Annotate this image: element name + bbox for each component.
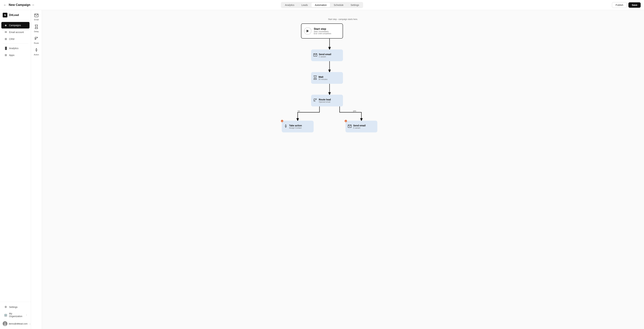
node-start-sub1: Start: Immediately bbox=[314, 30, 331, 32]
brand-icon: N bbox=[3, 13, 8, 17]
canvas-inner: Start step - campaign starts here. Start… bbox=[226, 10, 460, 161]
tab-settings[interactable]: Settings bbox=[347, 3, 362, 7]
apps-icon: ⊞ bbox=[4, 53, 8, 57]
route-tool-icon bbox=[34, 36, 38, 41]
tab-schedule[interactable]: Schedule bbox=[330, 3, 347, 7]
node-send-email-1[interactable]: Send email 1 variant bbox=[311, 49, 343, 61]
branch-yes-label: yes bbox=[353, 110, 356, 112]
warning-dot-send2: ▲ bbox=[345, 120, 347, 122]
tool-action[interactable]: Action bbox=[32, 46, 41, 57]
send-email-2-icon bbox=[348, 125, 352, 129]
tool-email-label: Email bbox=[34, 18, 39, 21]
sidebar-bottom: ⚙ Settings 🏢 My Organization › demo@ditl… bbox=[0, 302, 31, 329]
route-title: Route lead bbox=[319, 98, 331, 101]
sidebar-item-campaigns[interactable]: ◈ Campaigns bbox=[1, 22, 30, 28]
warning-dot-action: ▲ bbox=[281, 120, 283, 122]
tool-action-label: Action bbox=[34, 54, 39, 56]
node-route[interactable]: Route lead Opened email bbox=[311, 95, 343, 106]
svg-marker-11 bbox=[306, 30, 309, 32]
sidebar-item-label: My Organization bbox=[9, 312, 24, 318]
node-take-action[interactable]: ▲ Take action Assign Contact bbox=[282, 121, 314, 132]
main-layout: N DitLead ◈ Campaigns ✉ Email account ⊞ … bbox=[0, 10, 644, 329]
tool-route-label: Route bbox=[34, 42, 39, 44]
tool-route[interactable]: Route bbox=[32, 35, 41, 46]
brand-name: DitLead bbox=[9, 13, 19, 16]
tab-group: Analytics Leads Automation Schedule Sett… bbox=[281, 2, 363, 8]
tool-delay-label: Delay bbox=[34, 30, 39, 32]
email-account-icon: ✉ bbox=[4, 30, 8, 34]
user-chevron: ⌄ bbox=[29, 323, 31, 325]
action-icon bbox=[284, 124, 288, 129]
save-button[interactable]: Save bbox=[628, 2, 641, 8]
sidebar-item-email-account[interactable]: ✉ Email account bbox=[1, 29, 30, 35]
sidebar-item-label: CRM bbox=[9, 38, 14, 40]
send-email-1-title: Send email bbox=[319, 53, 331, 56]
action-tool-icon bbox=[34, 48, 38, 53]
sidebar-item-settings[interactable]: ⚙ Settings bbox=[1, 304, 30, 310]
sidebar-item-label: Email account bbox=[9, 31, 24, 33]
node-start-title: Start step bbox=[314, 27, 331, 30]
node-wait[interactable]: Wait 30 minutes bbox=[311, 72, 343, 84]
flow-arrows bbox=[226, 10, 460, 161]
take-action-title: Take action bbox=[289, 124, 302, 127]
topbar-actions: Publish Save bbox=[604, 2, 641, 8]
sidebar-item-crm[interactable]: ⊞ CRM bbox=[1, 36, 30, 42]
sidebar-item-label: Apps bbox=[9, 54, 14, 56]
wait-sub: 30 minutes bbox=[318, 78, 328, 80]
svg-point-2 bbox=[4, 324, 6, 326]
sidebar-item-analytics[interactable]: ▐▌ Analytics bbox=[1, 45, 30, 51]
tool-email[interactable]: Email bbox=[32, 12, 41, 22]
email-tool-icon bbox=[34, 14, 38, 18]
wait-title: Wait bbox=[318, 76, 328, 78]
play-button bbox=[304, 27, 312, 35]
sidebar-item-apps[interactable]: ⊞ Apps bbox=[1, 52, 30, 58]
topbar-tabs: Analytics Leads Automation Schedule Sett… bbox=[40, 2, 604, 8]
sidebar-item-label: Analytics bbox=[9, 47, 18, 50]
tab-automation[interactable]: Automation bbox=[312, 3, 330, 7]
sidebar-brand: N DitLead bbox=[0, 10, 31, 20]
sidebar: N DitLead ◈ Campaigns ✉ Email account ⊞ … bbox=[0, 10, 31, 329]
canvas: Start step - campaign starts here. Start… bbox=[42, 10, 644, 329]
publish-button[interactable]: Publish bbox=[612, 2, 627, 8]
route-sub: Opened email bbox=[319, 101, 331, 103]
node-start-sub2: End: Until completion bbox=[314, 32, 331, 34]
tool-delay[interactable]: Delay bbox=[32, 23, 41, 34]
send-email-2-title: Send email bbox=[353, 124, 366, 127]
tab-leads[interactable]: Leads bbox=[298, 3, 311, 7]
avatar bbox=[3, 321, 8, 326]
campaign-title: New Campaign bbox=[9, 3, 30, 7]
sidebar-nav: ◈ Campaigns ✉ Email account ⊞ CRM ▐▌ Ana… bbox=[0, 20, 31, 302]
wait-icon bbox=[314, 75, 317, 81]
branch-no-label: no bbox=[298, 110, 300, 112]
user-email: demo@ditlead.com bbox=[9, 323, 28, 325]
send-email-2-sub: 0 variant bbox=[353, 127, 366, 129]
org-icon: 🏢 bbox=[4, 314, 8, 317]
topbar: ← New Campaign ✏ Analytics Leads Automat… bbox=[0, 0, 644, 10]
user-footer[interactable]: demo@ditlead.com ⌄ bbox=[0, 320, 31, 328]
sidebar-item-label: Settings bbox=[9, 306, 18, 308]
crm-icon: ⊞ bbox=[4, 37, 8, 40]
node-send-email-2[interactable]: ▲ Send email 0 variant bbox=[346, 121, 377, 132]
nav-divider bbox=[3, 43, 28, 44]
edit-icon[interactable]: ✏ bbox=[32, 4, 34, 6]
svg-point-1 bbox=[4, 323, 6, 324]
tool-panel: Email Delay Route bbox=[31, 10, 42, 329]
start-label: Start step - campaign starts here. bbox=[318, 18, 368, 20]
take-action-sub: Assign Contact bbox=[289, 127, 302, 129]
send-email-1-sub: 1 variant bbox=[319, 56, 331, 58]
node-start-content: Start step Start: Immediately End: Until… bbox=[314, 27, 331, 34]
sidebar-item-my-organization[interactable]: 🏢 My Organization › bbox=[1, 311, 30, 319]
tab-analytics[interactable]: Analytics bbox=[282, 3, 298, 7]
topbar-left: ← New Campaign ✏ bbox=[3, 3, 40, 7]
back-button[interactable]: ← bbox=[3, 3, 7, 7]
delay-tool-icon bbox=[34, 25, 38, 30]
node-start[interactable]: Start step Start: Immediately End: Until… bbox=[301, 23, 343, 38]
sidebar-item-label: Campaigns bbox=[9, 24, 21, 27]
analytics-icon: ▐▌ bbox=[4, 47, 8, 50]
route-icon bbox=[314, 98, 317, 103]
campaigns-icon: ◈ bbox=[4, 24, 8, 27]
send-email-icon bbox=[314, 53, 317, 57]
settings-icon: ⚙ bbox=[4, 305, 8, 309]
